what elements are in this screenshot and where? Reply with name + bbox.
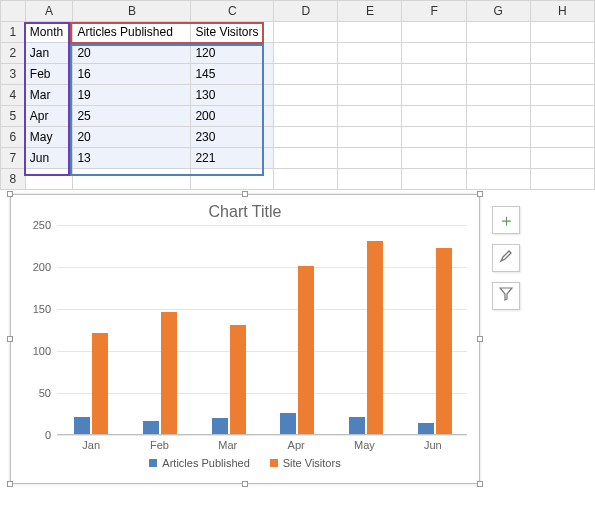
- x-tick-label: Apr: [262, 435, 330, 451]
- cell-G1[interactable]: [466, 22, 530, 43]
- plot-area[interactable]: 050100150200250: [57, 225, 467, 435]
- cell-A4[interactable]: Mar: [25, 85, 73, 106]
- legend-label: Articles Published: [162, 457, 249, 469]
- resize-handle[interactable]: [242, 191, 248, 197]
- cell-B3[interactable]: 16: [73, 64, 191, 85]
- bar-site-visitors[interactable]: [367, 241, 383, 434]
- chart-filters-button[interactable]: [492, 282, 520, 310]
- legend-item-articles[interactable]: Articles Published: [149, 457, 249, 469]
- col-header-G[interactable]: G: [466, 1, 530, 22]
- row-header-3[interactable]: 3: [1, 64, 26, 85]
- bar-articles-published[interactable]: [280, 413, 296, 434]
- y-tick-label: 0: [19, 429, 51, 441]
- chart-styles-button[interactable]: [492, 244, 520, 272]
- cell-H1[interactable]: [530, 22, 594, 43]
- cell-A3[interactable]: Feb: [25, 64, 73, 85]
- row-header-6[interactable]: 6: [1, 127, 26, 148]
- gridline: [57, 225, 467, 226]
- bar-articles-published[interactable]: [349, 417, 365, 434]
- cell-B7[interactable]: 13: [73, 148, 191, 169]
- select-all-corner[interactable]: [1, 1, 26, 22]
- bar-site-visitors[interactable]: [92, 333, 108, 434]
- brush-icon: [498, 248, 514, 269]
- bar-articles-published[interactable]: [143, 421, 159, 434]
- gridline: [57, 351, 467, 352]
- cell-E1[interactable]: [338, 22, 402, 43]
- cell-C5[interactable]: 200: [191, 106, 274, 127]
- col-header-D[interactable]: D: [274, 1, 338, 22]
- gridline: [57, 309, 467, 310]
- legend-label: Site Visitors: [283, 457, 341, 469]
- row-header-8[interactable]: 8: [1, 169, 26, 190]
- row-header-4[interactable]: 4: [1, 85, 26, 106]
- y-tick-label: 250: [19, 219, 51, 231]
- bar-site-visitors[interactable]: [161, 312, 177, 434]
- gridline: [57, 393, 467, 394]
- cell-B1[interactable]: Articles Published: [73, 22, 191, 43]
- cell-A2[interactable]: Jan: [25, 43, 73, 64]
- resize-handle[interactable]: [477, 481, 483, 487]
- gridline: [57, 435, 467, 436]
- x-tick-label: Jan: [57, 435, 125, 451]
- chart-title[interactable]: Chart Title: [11, 195, 479, 225]
- bar-site-visitors[interactable]: [298, 266, 314, 434]
- col-header-B[interactable]: B: [73, 1, 191, 22]
- bar-site-visitors[interactable]: [436, 248, 452, 434]
- cell-C6[interactable]: 230: [191, 127, 274, 148]
- resize-handle[interactable]: [7, 336, 13, 342]
- plus-icon: ＋: [498, 209, 515, 232]
- cell-A1[interactable]: Month: [25, 22, 73, 43]
- chart-object[interactable]: Chart Title 050100150200250 JanFebMarApr…: [10, 194, 480, 484]
- x-tick-label: Feb: [125, 435, 193, 451]
- row-header-7[interactable]: 7: [1, 148, 26, 169]
- spreadsheet-grid[interactable]: A B C D E F G H 1 Month Articles Publish…: [0, 0, 595, 190]
- cell-D2[interactable]: [274, 43, 338, 64]
- cell-B5[interactable]: 25: [73, 106, 191, 127]
- legend-item-visitors[interactable]: Site Visitors: [270, 457, 341, 469]
- y-tick-label: 50: [19, 387, 51, 399]
- resize-handle[interactable]: [7, 481, 13, 487]
- x-tick-label: Jun: [399, 435, 467, 451]
- col-header-F[interactable]: F: [402, 1, 466, 22]
- col-header-H[interactable]: H: [530, 1, 594, 22]
- chart-elements-button[interactable]: ＋: [492, 206, 520, 234]
- bar-articles-published[interactable]: [418, 423, 434, 434]
- legend-swatch-icon: [149, 459, 157, 467]
- cell-C2[interactable]: 120: [191, 43, 274, 64]
- bar-articles-published[interactable]: [74, 417, 90, 434]
- row-header-1[interactable]: 1: [1, 22, 26, 43]
- cell-D1[interactable]: [274, 22, 338, 43]
- x-tick-label: Mar: [194, 435, 262, 451]
- cell-F1[interactable]: [402, 22, 466, 43]
- y-tick-label: 200: [19, 261, 51, 273]
- y-tick-label: 100: [19, 345, 51, 357]
- cell-C4[interactable]: 130: [191, 85, 274, 106]
- cell-A5[interactable]: Apr: [25, 106, 73, 127]
- resize-handle[interactable]: [242, 481, 248, 487]
- cell-A6[interactable]: May: [25, 127, 73, 148]
- funnel-icon: [499, 286, 513, 306]
- resize-handle[interactable]: [7, 191, 13, 197]
- gridline: [57, 267, 467, 268]
- y-tick-label: 150: [19, 303, 51, 315]
- resize-handle[interactable]: [477, 191, 483, 197]
- bar-articles-published[interactable]: [212, 418, 228, 434]
- col-header-C[interactable]: C: [191, 1, 274, 22]
- chart-legend[interactable]: Articles Published Site Visitors: [11, 451, 479, 477]
- resize-handle[interactable]: [477, 336, 483, 342]
- col-header-E[interactable]: E: [338, 1, 402, 22]
- cell-B4[interactable]: 19: [73, 85, 191, 106]
- bar-site-visitors[interactable]: [230, 325, 246, 434]
- legend-swatch-icon: [270, 459, 278, 467]
- col-header-A[interactable]: A: [25, 1, 73, 22]
- cell-B6[interactable]: 20: [73, 127, 191, 148]
- x-tick-label: May: [330, 435, 398, 451]
- x-axis-labels: JanFebMarAprMayJun: [57, 435, 467, 451]
- cell-C1[interactable]: Site Visitors: [191, 22, 274, 43]
- row-header-2[interactable]: 2: [1, 43, 26, 64]
- cell-B2[interactable]: 20: [73, 43, 191, 64]
- cell-C7[interactable]: 221: [191, 148, 274, 169]
- cell-A7[interactable]: Jun: [25, 148, 73, 169]
- cell-C3[interactable]: 145: [191, 64, 274, 85]
- row-header-5[interactable]: 5: [1, 106, 26, 127]
